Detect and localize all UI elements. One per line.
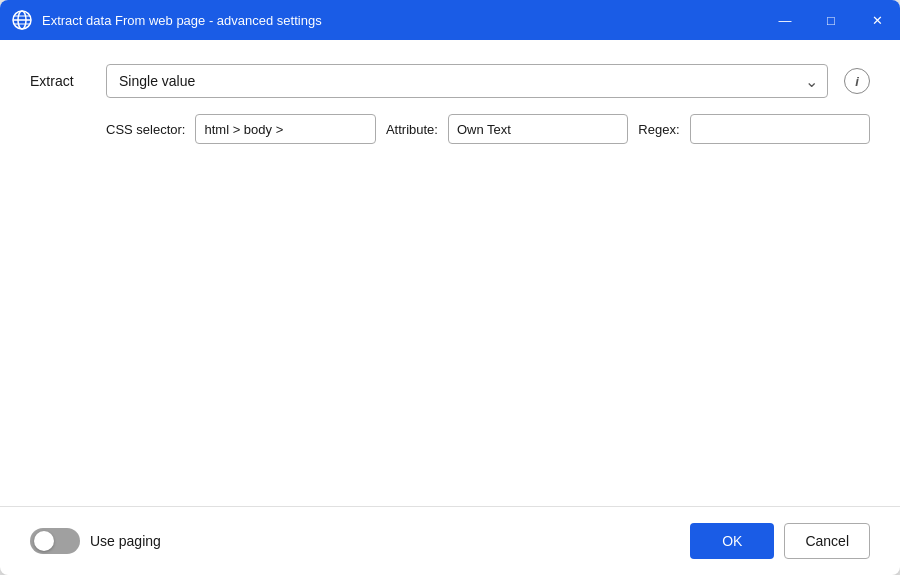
extract-select-wrapper: Single value List of values Table ⌄ (106, 64, 828, 98)
css-selector-row: CSS selector: Attribute: Regex: (106, 114, 870, 144)
bottom-section: Use paging OK Cancel (0, 506, 900, 575)
css-selector-input[interactable] (195, 114, 375, 144)
attribute-input[interactable] (448, 114, 628, 144)
css-selector-label: CSS selector: (106, 122, 185, 137)
extract-row: Extract Single value List of values Tabl… (30, 64, 870, 98)
app-icon (12, 10, 32, 30)
regex-input[interactable] (690, 114, 870, 144)
window-title: Extract data From web page - advanced se… (42, 13, 762, 28)
attribute-label: Attribute: (386, 122, 438, 137)
extract-select[interactable]: Single value List of values Table (106, 64, 828, 98)
paging-row: Use paging (30, 528, 161, 554)
regex-label: Regex: (638, 122, 679, 137)
cancel-button[interactable]: Cancel (784, 523, 870, 559)
close-button[interactable]: ✕ (854, 0, 900, 40)
minimize-button[interactable]: — (762, 0, 808, 40)
title-bar: Extract data From web page - advanced se… (0, 0, 900, 40)
info-button[interactable]: i (844, 68, 870, 94)
maximize-button[interactable]: □ (808, 0, 854, 40)
dialog-window: Extract data From web page - advanced se… (0, 0, 900, 575)
toggle-knob (34, 531, 54, 551)
button-row: OK Cancel (690, 523, 870, 559)
use-paging-toggle[interactable] (30, 528, 80, 554)
use-paging-label: Use paging (90, 533, 161, 549)
ok-button[interactable]: OK (690, 523, 774, 559)
window-controls: — □ ✕ (762, 0, 900, 40)
dialog-content: Extract Single value List of values Tabl… (0, 40, 900, 506)
extract-label: Extract (30, 73, 90, 89)
